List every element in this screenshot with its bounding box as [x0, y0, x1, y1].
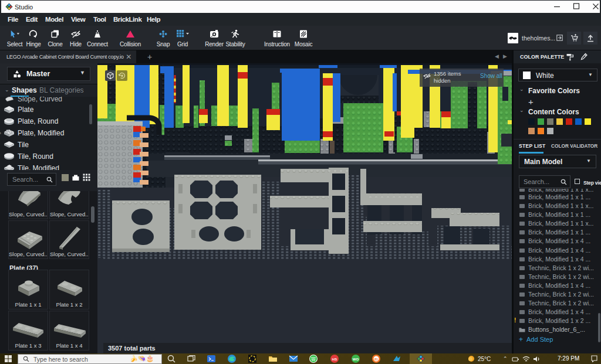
svg-text:HS: HS: [332, 358, 337, 361]
svg-text:81: 81: [374, 358, 378, 361]
svg-text:WO: WO: [353, 358, 359, 361]
